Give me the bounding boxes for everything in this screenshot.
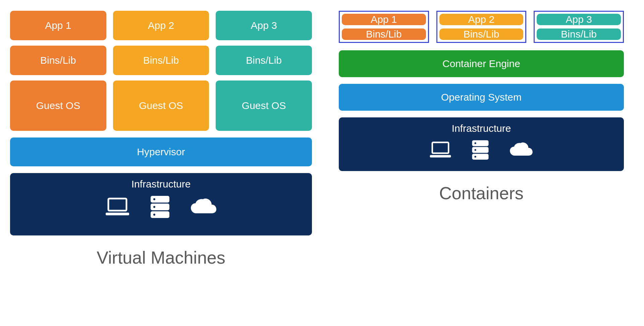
svg-point-14	[475, 149, 476, 151]
vm-bins-2: Bins/Lib	[113, 46, 209, 75]
container-3: App 3 Bins/Lib	[534, 11, 624, 43]
server-icon	[471, 139, 490, 161]
vm-title: Virtual Machines	[10, 248, 312, 268]
container-3-app: App 3	[537, 14, 621, 25]
svg-point-6	[153, 206, 155, 208]
containers-title: Containers	[339, 183, 624, 203]
cloud-icon	[190, 198, 218, 216]
vm-stack: App 1 App 2 App 3 Bins/Lib Bins/Lib Bins…	[10, 11, 312, 268]
container-2-bins: Bins/Lib	[439, 29, 524, 40]
vm-guestos-1: Guest OS	[10, 80, 106, 131]
vm-infrastructure-label: Infrastructure	[131, 178, 191, 190]
containers-infrastructure-label: Infrastructure	[452, 123, 511, 134]
container-1-bins: Bins/Lib	[342, 29, 426, 40]
containers-stack: App 1 Bins/Lib App 2 Bins/Lib App 3 Bins…	[339, 11, 624, 203]
svg-point-13	[475, 142, 476, 144]
svg-rect-0	[108, 199, 126, 211]
svg-point-15	[475, 156, 476, 158]
containers-infra-icons	[429, 139, 534, 161]
svg-rect-9	[430, 155, 451, 157]
vm-guestos-3: Guest OS	[216, 80, 312, 131]
containers-infrastructure-layer: Infrastructure	[339, 117, 624, 171]
laptop-icon	[429, 141, 452, 159]
container-2-app: App 2	[439, 14, 524, 25]
svg-point-5	[153, 198, 155, 200]
vm-app-3: App 3	[216, 11, 312, 40]
cloud-icon	[508, 142, 534, 158]
vm-bins-1: Bins/Lib	[10, 46, 106, 75]
svg-rect-1	[106, 213, 129, 215]
container-2: App 2 Bins/Lib	[436, 11, 527, 43]
operating-system-layer: Operating System	[339, 84, 624, 111]
vm-bins-row: Bins/Lib Bins/Lib Bins/Lib	[10, 46, 312, 75]
container-3-bins: Bins/Lib	[537, 29, 621, 40]
container-1-app: App 1	[342, 14, 426, 25]
container-1: App 1 Bins/Lib	[339, 11, 429, 43]
vm-vs-containers-diagram: App 1 App 2 App 3 Bins/Lib Bins/Lib Bins…	[10, 11, 634, 268]
vm-app-2: App 2	[113, 11, 209, 40]
vm-app-1: App 1	[10, 11, 106, 40]
container-engine-layer: Container Engine	[339, 50, 624, 77]
svg-rect-8	[432, 143, 448, 153]
vm-apps-row: App 1 App 2 App 3	[10, 11, 312, 40]
laptop-icon	[104, 197, 130, 217]
vm-guestos-2: Guest OS	[113, 80, 209, 131]
svg-point-7	[153, 214, 155, 216]
vm-guestos-row: Guest OS Guest OS Guest OS	[10, 80, 312, 131]
container-columns-row: App 1 Bins/Lib App 2 Bins/Lib App 3 Bins…	[339, 11, 624, 43]
vm-bins-3: Bins/Lib	[216, 46, 312, 75]
hypervisor-layer: Hypervisor	[10, 138, 312, 166]
vm-infra-icons	[104, 195, 218, 219]
server-icon	[149, 195, 171, 219]
vm-infrastructure-layer: Infrastructure	[10, 173, 312, 235]
